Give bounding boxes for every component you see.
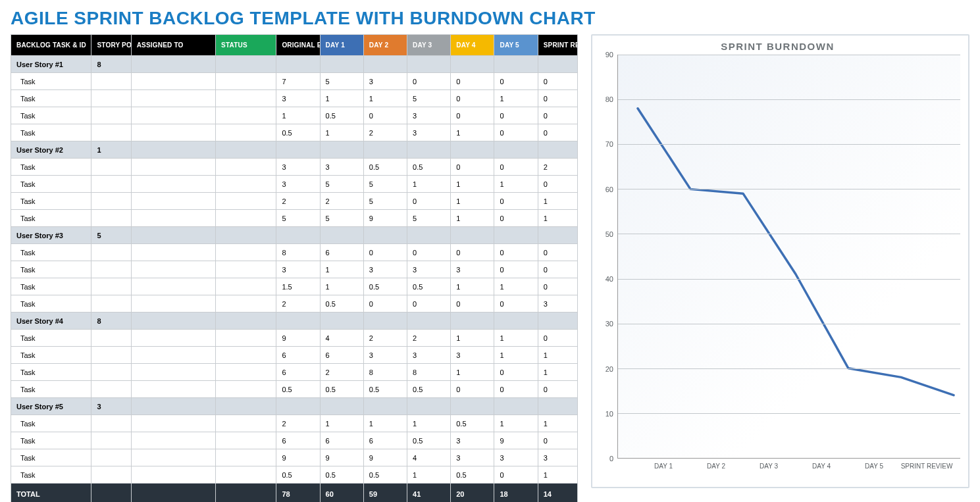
- task-assigned[interactable]: [131, 466, 215, 484]
- task-d2[interactable]: 9: [363, 449, 407, 466]
- task-d4[interactable]: 1: [451, 176, 494, 193]
- task-est[interactable]: 9: [276, 330, 320, 347]
- task-sp[interactable]: [91, 347, 131, 364]
- task-status[interactable]: [216, 124, 276, 141]
- task-status[interactable]: [216, 432, 276, 449]
- task-assigned[interactable]: [131, 432, 215, 449]
- task-rev[interactable]: 0: [538, 278, 577, 295]
- task-d4[interactable]: 0.5: [451, 466, 494, 484]
- task-d2[interactable]: 5: [363, 193, 407, 210]
- task-status[interactable]: [216, 330, 276, 347]
- task-name[interactable]: Task: [11, 124, 91, 141]
- task-assigned[interactable]: [131, 210, 215, 227]
- task-est[interactable]: 5: [276, 210, 320, 227]
- task-sp[interactable]: [91, 449, 131, 466]
- task-d4[interactable]: 0: [451, 244, 494, 261]
- task-d3[interactable]: 1: [407, 415, 451, 432]
- task-d5[interactable]: 0: [494, 159, 538, 176]
- task-sp[interactable]: [91, 278, 131, 295]
- task-d2[interactable]: 5: [363, 176, 407, 193]
- task-d1[interactable]: 0.5: [320, 466, 363, 484]
- task-assigned[interactable]: [131, 176, 215, 193]
- task-d3[interactable]: 0.5: [407, 159, 451, 176]
- task-d5[interactable]: 1: [494, 176, 538, 193]
- task-d3[interactable]: 1: [407, 466, 451, 484]
- task-d5[interactable]: 0: [494, 210, 538, 227]
- task-d2[interactable]: 1: [363, 90, 407, 107]
- task-status[interactable]: [216, 210, 276, 227]
- task-d4[interactable]: 0: [451, 73, 494, 90]
- task-sp[interactable]: [91, 210, 131, 227]
- task-rev[interactable]: 3: [538, 295, 577, 313]
- task-d3[interactable]: 8: [407, 364, 451, 381]
- task-status[interactable]: [216, 347, 276, 364]
- task-d1[interactable]: 3: [320, 159, 363, 176]
- task-rev[interactable]: 0: [538, 244, 577, 261]
- task-est[interactable]: 6: [276, 364, 320, 381]
- task-d3[interactable]: 3: [407, 124, 451, 141]
- task-sp[interactable]: [91, 330, 131, 347]
- task-d4[interactable]: 1: [451, 193, 494, 210]
- task-d5[interactable]: 0: [494, 193, 538, 210]
- task-est[interactable]: 6: [276, 347, 320, 364]
- task-d2[interactable]: 2: [363, 124, 407, 141]
- task-name[interactable]: Task: [11, 193, 91, 210]
- task-est[interactable]: 3: [276, 176, 320, 193]
- task-rev[interactable]: 0: [538, 107, 577, 124]
- task-d1[interactable]: 1: [320, 90, 363, 107]
- task-sp[interactable]: [91, 176, 131, 193]
- task-d2[interactable]: 3: [363, 261, 407, 278]
- task-assigned[interactable]: [131, 295, 215, 313]
- task-d5[interactable]: 0: [494, 466, 538, 484]
- task-assigned[interactable]: [131, 415, 215, 432]
- task-assigned[interactable]: [131, 278, 215, 295]
- task-status[interactable]: [216, 159, 276, 176]
- task-d5[interactable]: 0: [494, 107, 538, 124]
- task-d1[interactable]: 1: [320, 124, 363, 141]
- task-d1[interactable]: 1: [320, 415, 363, 432]
- task-sp[interactable]: [91, 73, 131, 90]
- task-d4[interactable]: 0: [451, 381, 494, 398]
- task-d4[interactable]: 3: [451, 449, 494, 466]
- task-est[interactable]: 0.5: [276, 381, 320, 398]
- task-d4[interactable]: 1: [451, 330, 494, 347]
- task-name[interactable]: Task: [11, 381, 91, 398]
- task-d3[interactable]: 4: [407, 449, 451, 466]
- task-d1[interactable]: 9: [320, 449, 363, 466]
- task-est[interactable]: 3: [276, 159, 320, 176]
- task-name[interactable]: Task: [11, 415, 91, 432]
- task-d1[interactable]: 0.5: [320, 107, 363, 124]
- task-d3[interactable]: 0.5: [407, 381, 451, 398]
- task-sp[interactable]: [91, 432, 131, 449]
- task-rev[interactable]: 0: [538, 90, 577, 107]
- task-d5[interactable]: 1: [494, 415, 538, 432]
- task-name[interactable]: Task: [11, 278, 91, 295]
- task-status[interactable]: [216, 176, 276, 193]
- task-d2[interactable]: 0.5: [363, 159, 407, 176]
- task-d1[interactable]: 0.5: [320, 295, 363, 313]
- task-d5[interactable]: 0: [494, 295, 538, 313]
- task-name[interactable]: Task: [11, 261, 91, 278]
- task-d2[interactable]: 0: [363, 295, 407, 313]
- task-d1[interactable]: 2: [320, 364, 363, 381]
- task-d5[interactable]: 0: [494, 381, 538, 398]
- task-rev[interactable]: 0: [538, 176, 577, 193]
- task-d2[interactable]: 9: [363, 210, 407, 227]
- task-assigned[interactable]: [131, 107, 215, 124]
- task-d2[interactable]: 3: [363, 347, 407, 364]
- task-est[interactable]: 1.5: [276, 278, 320, 295]
- task-d4[interactable]: 1: [451, 364, 494, 381]
- task-d1[interactable]: 6: [320, 244, 363, 261]
- task-d3[interactable]: 3: [407, 107, 451, 124]
- task-d5[interactable]: 0: [494, 124, 538, 141]
- task-rev[interactable]: 2: [538, 159, 577, 176]
- task-sp[interactable]: [91, 466, 131, 484]
- task-assigned[interactable]: [131, 193, 215, 210]
- task-status[interactable]: [216, 261, 276, 278]
- task-name[interactable]: Task: [11, 295, 91, 313]
- task-status[interactable]: [216, 278, 276, 295]
- task-sp[interactable]: [91, 295, 131, 313]
- task-d4[interactable]: 1: [451, 278, 494, 295]
- task-status[interactable]: [216, 449, 276, 466]
- task-sp[interactable]: [91, 107, 131, 124]
